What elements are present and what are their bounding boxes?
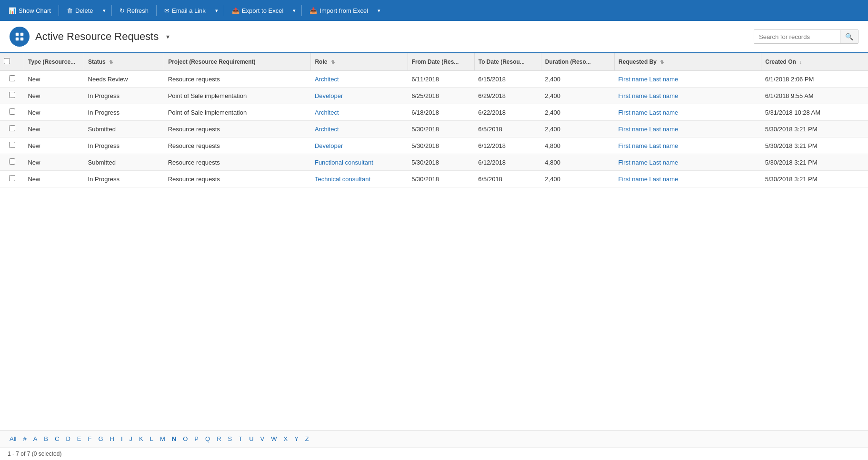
show-chart-button[interactable]: 📊 Show Chart — [4, 2, 56, 19]
svg-rect-3 — [20, 38, 23, 40]
cell-from-date: 6/18/2018 — [408, 104, 474, 121]
header-left: Active Resource Requests ▾ — [10, 27, 170, 47]
search-button[interactable]: 🔍 — [840, 30, 858, 43]
row-checkbox[interactable] — [9, 175, 15, 181]
cell-duration: 2,400 — [541, 104, 614, 121]
cell-created-on: 6/1/2018 9:55 AM — [761, 88, 868, 104]
toolbar-divider-5 — [301, 5, 302, 16]
cell-role[interactable]: Architect — [311, 104, 408, 121]
row-checkbox[interactable] — [9, 125, 15, 131]
alpha-item-t[interactable]: T — [237, 434, 244, 443]
cell-requested-by[interactable]: First name Last name — [614, 88, 761, 104]
alpha-item-u[interactable]: U — [247, 434, 255, 443]
row-checkbox[interactable] — [9, 92, 15, 98]
row-checkbox[interactable] — [9, 108, 15, 115]
cell-status: Needs Review — [84, 71, 164, 88]
delete-dropdown-button[interactable]: ▾ — [100, 2, 109, 19]
cell-duration: 2,400 — [541, 121, 614, 137]
alpha-item-q[interactable]: Q — [203, 434, 212, 443]
cell-requested-by[interactable]: First name Last name — [614, 171, 761, 187]
cell-requested-by[interactable]: First name Last name — [614, 137, 761, 154]
alpha-item-g[interactable]: G — [96, 434, 105, 443]
alpha-item-v[interactable]: V — [259, 434, 267, 443]
th-select-all — [0, 53, 24, 71]
cell-role[interactable]: Architect — [311, 121, 408, 137]
cell-type: New — [24, 121, 84, 137]
main-content: Active Resource Requests ▾ 🔍 Type (Resou… — [0, 21, 868, 460]
alpha-item-all[interactable]: All — [8, 434, 18, 443]
sort-status-icon: ⇅ — [109, 59, 113, 65]
th-created-on[interactable]: Created On ↓ — [761, 53, 868, 71]
toolbar-divider-4 — [224, 5, 224, 16]
import-excel-button[interactable]: 📥 Import from Excel — [305, 2, 373, 19]
delete-button[interactable]: 🗑 Delete — [62, 2, 98, 19]
alpha-item-d[interactable]: D — [64, 434, 72, 443]
row-checkbox[interactable] — [9, 158, 15, 165]
cell-project: Resource requests — [164, 154, 311, 171]
cell-duration: 2,400 — [541, 71, 614, 88]
cell-requested-by[interactable]: First name Last name — [614, 121, 761, 137]
search-input[interactable] — [754, 30, 840, 43]
alpha-item-a[interactable]: A — [31, 434, 40, 443]
cell-requested-by[interactable]: First name Last name — [614, 154, 761, 171]
cell-from-date: 6/25/2018 — [408, 88, 474, 104]
cell-from-date: 5/30/2018 — [408, 154, 474, 171]
export-excel-button[interactable]: 📤 Export to Excel — [227, 2, 288, 19]
select-all-checkbox[interactable] — [4, 58, 10, 64]
refresh-button[interactable]: ↻ Refresh — [115, 2, 154, 19]
alpha-item-w[interactable]: W — [269, 434, 279, 443]
cell-from-date: 5/30/2018 — [408, 121, 474, 137]
import-icon: 📥 — [309, 7, 317, 14]
title-dropdown-icon[interactable]: ▾ — [166, 33, 170, 40]
alpha-item-r[interactable]: R — [215, 434, 223, 443]
cell-role[interactable]: Functional consultant — [311, 154, 408, 171]
cell-status: In Progress — [84, 104, 164, 121]
alpha-item-h[interactable]: H — [108, 434, 116, 443]
alpha-item-s[interactable]: S — [226, 434, 234, 443]
th-requested-by[interactable]: Requested By ⇅ — [614, 53, 761, 71]
cell-project: Point of Sale implementation — [164, 88, 311, 104]
row-checkbox-cell — [0, 121, 24, 137]
alpha-item-y[interactable]: Y — [292, 434, 300, 443]
alpha-item-m[interactable]: M — [158, 434, 167, 443]
email-link-button[interactable]: ✉ Email a Link — [160, 2, 210, 19]
export-icon: 📤 — [232, 7, 239, 14]
cell-role[interactable]: Developer — [311, 88, 408, 104]
cell-requested-by[interactable]: First name Last name — [614, 104, 761, 121]
email-link-dropdown-button[interactable]: ▾ — [212, 2, 221, 19]
cell-role[interactable]: Developer — [311, 137, 408, 154]
alpha-item-j[interactable]: J — [128, 434, 135, 443]
alpha-item-c[interactable]: C — [53, 434, 61, 443]
alpha-item-k[interactable]: K — [137, 434, 145, 443]
cell-role[interactable]: Architect — [311, 71, 408, 88]
th-duration: Duration (Reso... — [541, 53, 614, 71]
alpha-item-o[interactable]: O — [181, 434, 190, 443]
row-checkbox[interactable] — [9, 75, 15, 81]
refresh-icon: ↻ — [120, 7, 125, 14]
th-role[interactable]: Role ⇅ — [311, 53, 408, 71]
alpha-item-n[interactable]: N — [170, 434, 178, 443]
alpha-item-e[interactable]: E — [75, 434, 83, 443]
alpha-item-hash[interactable]: # — [21, 434, 28, 443]
cell-type: New — [24, 137, 84, 154]
alpha-item-x[interactable]: X — [282, 434, 290, 443]
alpha-item-f[interactable]: F — [86, 434, 93, 443]
alpha-item-z[interactable]: Z — [303, 434, 311, 443]
export-dropdown-button[interactable]: ▾ — [290, 2, 299, 19]
cell-to-date: 6/15/2018 — [474, 71, 541, 88]
email-icon: ✉ — [164, 7, 170, 14]
alpha-item-l[interactable]: L — [148, 434, 155, 443]
entity-icon — [10, 27, 30, 47]
toolbar: 📊 Show Chart 🗑 Delete ▾ ↻ Refresh ✉ Emai… — [0, 0, 868, 21]
cell-to-date: 6/29/2018 — [474, 88, 541, 104]
th-status[interactable]: Status ⇅ — [84, 53, 164, 71]
cell-role[interactable]: Technical consultant — [311, 171, 408, 187]
row-checkbox[interactable] — [9, 142, 15, 148]
alpha-item-b[interactable]: B — [42, 434, 50, 443]
cell-type: New — [24, 154, 84, 171]
cell-status: In Progress — [84, 88, 164, 104]
alpha-item-p[interactable]: P — [192, 434, 200, 443]
alpha-item-i[interactable]: I — [119, 434, 125, 443]
import-dropdown-button[interactable]: ▾ — [375, 2, 383, 19]
cell-requested-by[interactable]: First name Last name — [614, 71, 761, 88]
